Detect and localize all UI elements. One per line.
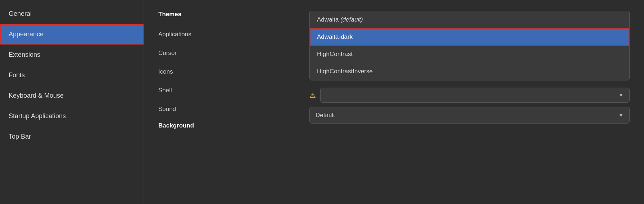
sound-row: Sound — [158, 100, 295, 119]
sound-dropdown-row: Default ▼ — [309, 107, 630, 124]
sidebar: General Appearance Extensions Fonts Keyb… — [0, 0, 144, 204]
dropdown-label: Adwaita-dark — [317, 33, 353, 40]
sidebar-item-label: Appearance — [9, 31, 44, 38]
main-content: Themes Applications Cursor Icons Shell S… — [144, 0, 644, 204]
shell-label: Shell — [158, 87, 172, 94]
sidebar-item-label: Startup Applications — [9, 112, 66, 120]
icons-label: Icons — [158, 68, 173, 75]
sound-label: Sound — [158, 106, 176, 112]
applications-row: Applications — [158, 25, 295, 44]
applications-label: Applications — [158, 31, 191, 38]
sidebar-item-extensions[interactable]: Extensions — [0, 45, 144, 65]
icons-row: Icons — [158, 62, 295, 81]
dropdown-option-adwaita-dark[interactable]: Adwaita-dark — [310, 28, 629, 46]
shell-row: Shell — [158, 81, 295, 100]
shell-dropdown-row: ⚠ ▼ — [309, 86, 630, 103]
sidebar-item-label: Keyboard & Mouse — [9, 92, 64, 99]
dropdown-option-adwaita-default[interactable]: Adwaita (default) — [310, 11, 629, 28]
background-section: Background — [158, 122, 295, 129]
sidebar-item-label: General — [9, 10, 32, 17]
shell-select[interactable]: ▼ — [320, 88, 630, 103]
sound-select-value: Default — [316, 112, 335, 119]
sidebar-item-label: Extensions — [9, 51, 40, 58]
sidebar-item-keyboard-mouse[interactable]: Keyboard & Mouse — [0, 85, 144, 106]
content-wrapper: Themes Applications Cursor Icons Shell S… — [158, 7, 630, 197]
background-title: Background — [158, 122, 295, 129]
dropdown-option-high-contrast[interactable]: HighContrast — [310, 46, 629, 63]
dropdown-label: HighContrastInverse — [317, 68, 373, 75]
sidebar-item-general[interactable]: General — [0, 4, 144, 24]
applications-dropdown-list[interactable]: Adwaita (default) Adwaita-dark HighContr… — [309, 11, 630, 80]
chevron-down-icon: ▼ — [618, 92, 623, 98]
dropdown-option-high-contrast-inverse[interactable]: HighContrastInverse — [310, 63, 629, 80]
warning-icon: ⚠ — [309, 91, 316, 99]
sidebar-item-fonts[interactable]: Fonts — [0, 65, 144, 85]
sound-select[interactable]: Default ▼ — [309, 107, 630, 124]
dropdown-label: Adwaita (default) — [317, 16, 363, 23]
sidebar-item-label: Fonts — [9, 71, 25, 79]
themes-section: Themes Applications Cursor Icons Shell S… — [158, 11, 295, 119]
themes-title: Themes — [158, 11, 295, 18]
cursor-row: Cursor — [158, 44, 295, 62]
cursor-label: Cursor — [158, 50, 177, 56]
dropdown-label: HighContrast — [317, 51, 353, 57]
sidebar-item-appearance[interactable]: Appearance — [0, 24, 144, 45]
sidebar-item-startup-applications[interactable]: Startup Applications — [0, 106, 144, 126]
sidebar-item-top-bar[interactable]: Top Bar — [0, 126, 144, 147]
sidebar-item-label: Top Bar — [9, 133, 31, 140]
settings-panel: Themes Applications Cursor Icons Shell S… — [158, 7, 295, 197]
chevron-down-icon: ▼ — [618, 112, 623, 118]
dropdown-area: Adwaita (default) Adwaita-dark HighContr… — [309, 7, 630, 197]
